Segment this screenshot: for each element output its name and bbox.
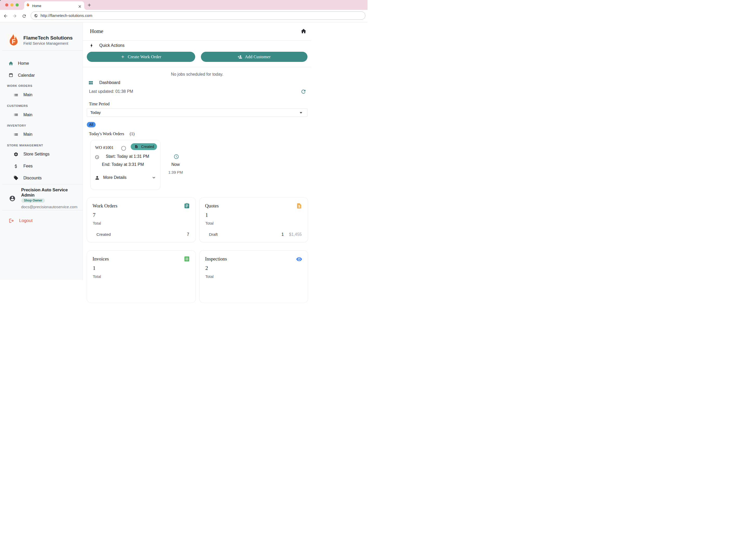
svg-text:F: F [12,38,15,45]
svg-text:F: F [27,4,29,6]
svg-text:$: $ [299,205,300,208]
